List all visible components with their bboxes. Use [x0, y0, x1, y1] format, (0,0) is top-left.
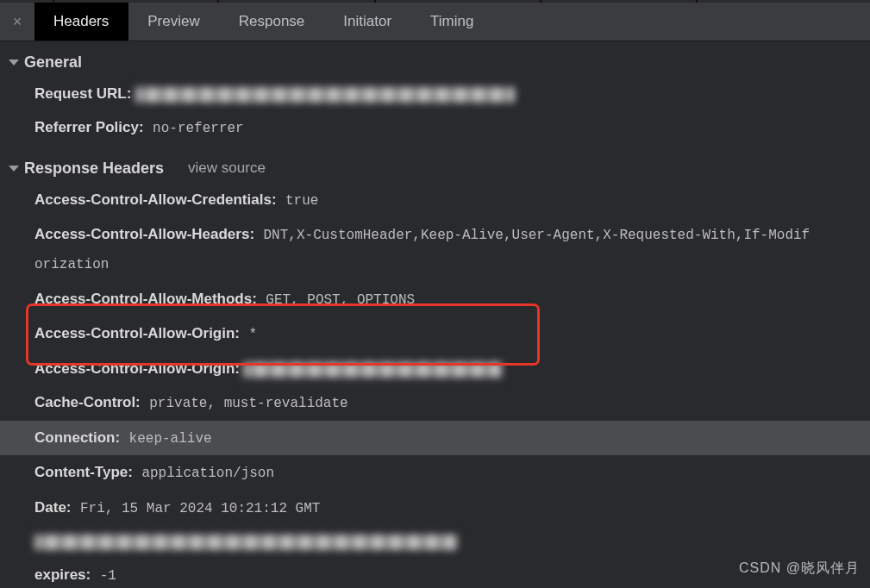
- headers-panel: General Request URL: Referrer Policy: no…: [0, 41, 870, 588]
- header-name: Access-Control-Allow-Methods:: [34, 291, 257, 307]
- section-general-toggle[interactable]: General: [9, 48, 870, 77]
- tab-bar: × Headers Preview Response Initiator Tim…: [0, 0, 870, 41]
- header-name: Connection:: [34, 429, 120, 446]
- section-response-headers-title: Response Headers: [24, 160, 164, 178]
- redacted-value: [243, 362, 502, 378]
- tab-timing[interactable]: Timing: [411, 3, 493, 41]
- header-name: Date:: [34, 499, 72, 516]
- resp-hdr-acam: Access-Control-Allow-Methods: GET, POST,…: [9, 282, 870, 317]
- section-general-title: General: [24, 53, 82, 72]
- header-value: Fri, 15 Mar 2024 10:21:12 GMT: [80, 501, 320, 516]
- chevron-down-icon: [9, 166, 19, 172]
- chevron-down-icon: [9, 59, 19, 66]
- resp-hdr-redacted: [9, 525, 870, 558]
- header-name: Content-Type:: [34, 464, 133, 480]
- watermark: CSDN @晓风伴月: [739, 560, 860, 578]
- header-name: expires:: [34, 566, 91, 583]
- resp-hdr-content-type: Content-Type: application/json: [9, 455, 870, 491]
- header-value: application/json: [141, 466, 274, 481]
- resp-hdr-connection: Connection: keep-alive: [0, 421, 870, 456]
- tab-initiator[interactable]: Initiator: [324, 3, 411, 41]
- header-name: Access-Control-Allow-Credentials:: [34, 191, 277, 208]
- tab-headers[interactable]: Headers: [34, 3, 128, 41]
- general-request-url: Request URL:: [9, 77, 870, 110]
- header-name: Access-Control-Allow-Headers:: [34, 226, 254, 242]
- section-response-headers-toggle[interactable]: Response Headers view source: [9, 154, 870, 183]
- resp-hdr-cache: Cache-Control: private, must-revalidate: [9, 385, 870, 421]
- view-source-link[interactable]: view source: [188, 160, 266, 177]
- header-value: *: [248, 327, 257, 342]
- resp-hdr-acao-1: Access-Control-Allow-Origin: *: [9, 316, 870, 352]
- general-referrer-policy: Referrer Policy: no-referrer: [9, 110, 870, 146]
- header-value: -1: [100, 568, 116, 584]
- header-value: private, must-revalidate: [149, 396, 347, 411]
- header-value: orization: [34, 257, 109, 272]
- header-value: keep-alive: [129, 431, 212, 447]
- resp-hdr-date: Date: Fri, 15 Mar 2024 10:21:12 GMT: [9, 491, 870, 526]
- header-value: DNT,X-CustomHeader,Keep-Alive,User-Agent…: [264, 228, 811, 243]
- header-value: GET, POST, OPTIONS: [266, 292, 415, 308]
- panel-top-border: [0, 0, 870, 3]
- tab-preview[interactable]: Preview: [128, 3, 219, 41]
- header-name: Access-Control-Allow-Origin:: [34, 325, 240, 341]
- resp-hdr-acah: Access-Control-Allow-Headers: DNT,X-Cust…: [9, 217, 870, 253]
- resp-hdr-acao-2: Access-Control-Allow-Origin:: [9, 352, 870, 385]
- close-icon[interactable]: ×: [0, 13, 34, 31]
- tab-response[interactable]: Response: [220, 3, 325, 41]
- resp-hdr-acac: Access-Control-Allow-Credentials: true: [9, 183, 870, 218]
- header-value: no-referrer: [153, 121, 244, 136]
- redacted-value: [135, 87, 515, 103]
- header-name: Cache-Control:: [34, 394, 141, 410]
- resp-hdr-acah-cont: orization: [9, 253, 870, 282]
- header-value: true: [285, 193, 318, 209]
- header-name: Access-Control-Allow-Origin:: [34, 360, 240, 377]
- header-name: Referrer Policy:: [34, 119, 144, 135]
- redacted-value: [34, 535, 457, 550]
- header-name: Request URL:: [34, 85, 131, 102]
